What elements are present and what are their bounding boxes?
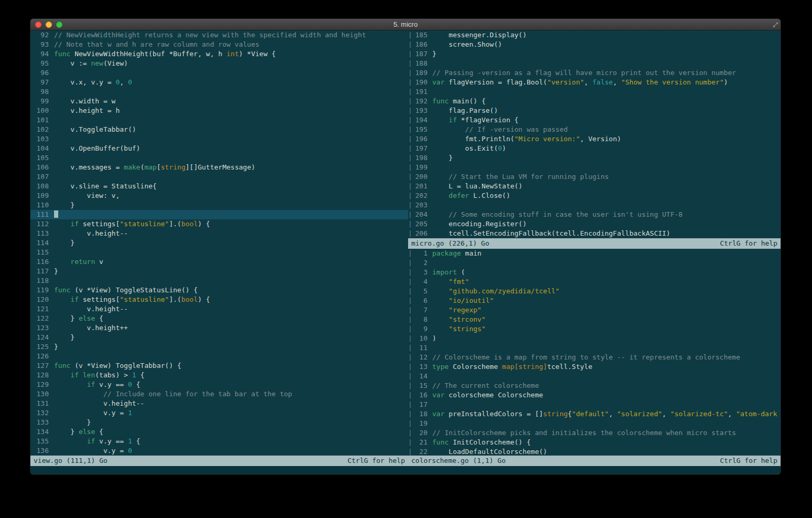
code-line[interactable]: |10): [408, 334, 781, 343]
colorscheme-go-code-area[interactable]: |1package main|2|3import (|4 "fmt"|5 "gi…: [408, 249, 781, 456]
code-line[interactable]: 110 }: [30, 200, 408, 210]
code-line[interactable]: |205 encoding.Register(): [408, 219, 781, 229]
code-line[interactable]: |9 "strings": [408, 324, 781, 334]
code-line[interactable]: |202 defer L.Close(): [408, 191, 781, 200]
code-line[interactable]: |196 fmt.Println("Micro version:", Versi…: [408, 134, 781, 144]
code-line[interactable]: 117}: [30, 267, 408, 276]
zoom-button[interactable]: [56, 22, 62, 28]
code-line[interactable]: 111: [30, 210, 408, 219]
view-go-code-area[interactable]: 92// NewViewWidthHeight returns a new vi…: [30, 30, 408, 456]
code-line[interactable]: |1package main: [408, 249, 781, 258]
code-line[interactable]: 107: [30, 172, 408, 182]
code-line[interactable]: |4 "fmt": [408, 277, 781, 287]
code-line[interactable]: |17: [408, 400, 781, 409]
code-line[interactable]: 113 v.height--: [30, 229, 408, 238]
code-line[interactable]: |7 "regexp": [408, 305, 781, 315]
code-line[interactable]: 105: [30, 153, 408, 163]
code-line[interactable]: |15// The current colorscheme: [408, 381, 781, 390]
code-line[interactable]: |13type Colorscheme map[string]tcell.Sty…: [408, 362, 781, 372]
code-line[interactable]: |12// Colorscheme is a map from string t…: [408, 353, 781, 362]
line-number: 203: [413, 200, 428, 210]
code-line[interactable]: |192func main() {: [408, 97, 781, 106]
code-line[interactable]: 98: [30, 87, 408, 97]
code-line[interactable]: |194 if *flagVersion {: [408, 115, 781, 125]
resize-icon[interactable]: ⤢: [773, 20, 778, 29]
code-line[interactable]: 96: [30, 68, 408, 78]
code-line[interactable]: 118: [30, 276, 408, 286]
code-line[interactable]: |198 }: [408, 153, 781, 163]
code-line[interactable]: |20// InitColorscheme picks and initiali…: [408, 428, 781, 438]
code-line[interactable]: 103: [30, 134, 408, 144]
code-line[interactable]: 135 if v.y == 1 {: [30, 437, 408, 446]
code-line[interactable]: |191: [408, 87, 781, 97]
code-line[interactable]: 134 } else {: [30, 427, 408, 437]
code-line[interactable]: 115: [30, 248, 408, 257]
code-text: func NewViewWidthHeight(buf *Buffer, w, …: [54, 49, 276, 59]
code-line[interactable]: |200 // Start the Lua VM for running plu…: [408, 172, 781, 182]
code-line[interactable]: 125}: [30, 342, 408, 352]
code-line[interactable]: |6 "io/ioutil": [408, 296, 781, 305]
code-line[interactable]: |206 tcell.SetEncodingFallback(tcell.Enc…: [408, 229, 781, 238]
code-line[interactable]: |14: [408, 372, 781, 381]
code-line[interactable]: 95 v := new(View): [30, 59, 408, 68]
code-line[interactable]: 106 v.messages = make(map[string][]Gutte…: [30, 163, 408, 172]
code-line[interactable]: |11: [408, 343, 781, 353]
code-line[interactable]: 104 v.OpenBuffer(buf): [30, 144, 408, 153]
code-line[interactable]: 114 }: [30, 238, 408, 248]
code-line[interactable]: |188: [408, 59, 781, 68]
code-line[interactable]: 108 v.sline = Statusline{: [30, 182, 408, 191]
code-line[interactable]: |199: [408, 163, 781, 172]
code-line[interactable]: 94func NewViewWidthHeight(buf *Buffer, w…: [30, 49, 408, 59]
title-bar[interactable]: 5. micro ⤢: [30, 19, 781, 30]
code-line[interactable]: |187}: [408, 49, 781, 59]
code-line[interactable]: 101: [30, 115, 408, 125]
code-text: }: [432, 49, 436, 59]
code-line[interactable]: 120 if settings["statusline"].(bool) {: [30, 295, 408, 304]
code-line[interactable]: |186 screen.Show(): [408, 40, 781, 49]
code-line[interactable]: 92// NewViewWidthHeight returns a new vi…: [30, 30, 408, 40]
code-line[interactable]: 122 } else {: [30, 314, 408, 323]
code-line[interactable]: 102 v.ToggleTabbar(): [30, 125, 408, 134]
micro-go-code-area[interactable]: |185 messenger.Display()|186 screen.Show…: [408, 30, 781, 238]
code-line[interactable]: 129 if v.y == 0 {: [30, 380, 408, 389]
code-line[interactable]: |197 os.Exit(0): [408, 144, 781, 153]
code-line[interactable]: 133 }: [30, 418, 408, 427]
code-line[interactable]: 97 v.x, v.y = 0, 0: [30, 78, 408, 87]
code-line[interactable]: 132 v.y = 1: [30, 408, 408, 418]
code-line[interactable]: 123 v.height++: [30, 323, 408, 333]
code-line[interactable]: |195 // If -version was passed: [408, 125, 781, 134]
code-line[interactable]: 131 v.height--: [30, 399, 408, 408]
code-line[interactable]: |193 flag.Parse(): [408, 106, 781, 115]
code-line[interactable]: |18var preInstalledColors = []string{"de…: [408, 409, 781, 419]
code-line[interactable]: 126: [30, 352, 408, 361]
code-line[interactable]: 93// Note that w and h are raw column an…: [30, 40, 408, 49]
code-line[interactable]: |203: [408, 200, 781, 210]
code-line[interactable]: 136 v.y = 0: [30, 446, 408, 456]
code-line[interactable]: 130 // Include one line for the tab bar …: [30, 389, 408, 399]
code-line[interactable]: 112 if settings["statusline"].(bool) {: [30, 219, 408, 229]
code-line[interactable]: |16var colorscheme Colorscheme: [408, 390, 781, 400]
code-line[interactable]: 124 }: [30, 333, 408, 342]
code-line[interactable]: |3import (: [408, 268, 781, 277]
code-line[interactable]: |190var flagVersion = flag.Bool("version…: [408, 78, 781, 87]
code-line[interactable]: 121 v.height--: [30, 304, 408, 314]
code-line[interactable]: |2: [408, 258, 781, 268]
code-line[interactable]: |185 messenger.Display(): [408, 30, 781, 40]
code-line[interactable]: 99 v.width = w: [30, 97, 408, 106]
code-line[interactable]: |8 "strconv": [408, 315, 781, 324]
code-line[interactable]: |21func InitColorscheme() {: [408, 438, 781, 447]
minimize-button[interactable]: [46, 22, 52, 28]
code-line[interactable]: |19: [408, 419, 781, 428]
code-line[interactable]: 128 if len(tabs) > 1 {: [30, 371, 408, 380]
code-line[interactable]: |189// Passing -version as a flag will h…: [408, 68, 781, 78]
code-line[interactable]: |5 "github.com/zyedidia/tcell": [408, 287, 781, 296]
close-button[interactable]: [35, 22, 41, 28]
code-line[interactable]: |204 // Some encoding stuff in case the …: [408, 210, 781, 219]
code-line[interactable]: 100 v.height = h: [30, 106, 408, 115]
code-line[interactable]: 119func (v *View) ToggleStatusLine() {: [30, 286, 408, 295]
code-line[interactable]: |201 L = lua.NewState(): [408, 182, 781, 191]
code-line[interactable]: 109 view: v,: [30, 191, 408, 200]
code-line[interactable]: 116 return v: [30, 257, 408, 267]
code-line[interactable]: |22 LoadDefaultColorscheme(): [408, 447, 781, 456]
code-line[interactable]: 127func (v *View) ToggleTabbar() {: [30, 361, 408, 371]
